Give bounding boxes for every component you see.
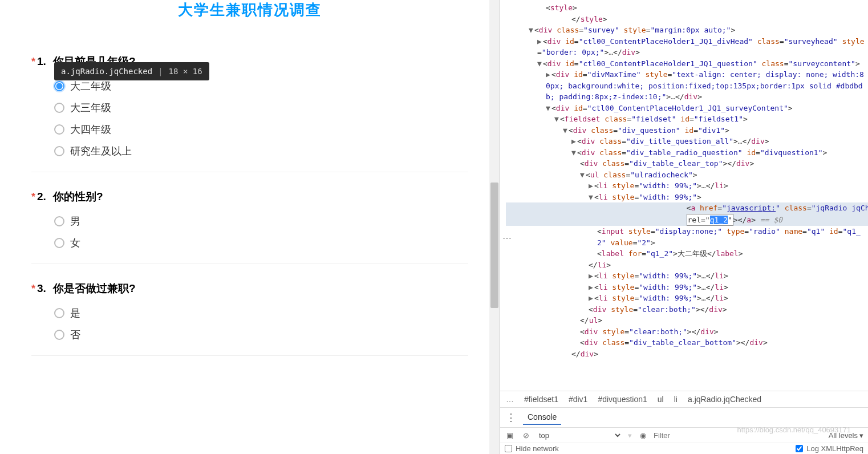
- dom-node[interactable]: ▼<div class="div_table_radio_question" i…: [506, 147, 868, 159]
- dom-node[interactable]: ▼<div class="survey" style="margin:0px a…: [506, 25, 868, 36]
- question-number: 2.: [37, 190, 46, 203]
- question-text: 你是否做过兼职?: [53, 281, 136, 296]
- option-row[interactable]: 否: [54, 328, 468, 342]
- option-row[interactable]: 大三年级: [54, 101, 468, 115]
- breadcrumb-item[interactable]: …: [506, 395, 514, 404]
- breadcrumb-item[interactable]: #divquestion1: [598, 395, 647, 404]
- dom-node[interactable]: ▼<li style="width: 99%;">: [506, 192, 868, 203]
- scrollbar[interactable]: [489, 0, 500, 454]
- option-label: 男: [70, 214, 80, 228]
- caret-icon[interactable]: ▶: [546, 69, 551, 80]
- dom-node[interactable]: </li>: [506, 260, 868, 271]
- dom-node[interactable]: <label for="q1_2">大二年级</label>: [506, 248, 868, 260]
- caret-icon[interactable]: ▼: [580, 169, 586, 181]
- option-label: 否: [70, 328, 80, 342]
- console-header: ⋮ Console: [500, 407, 868, 427]
- radio-icon[interactable]: [54, 216, 64, 226]
- radio-icon[interactable]: [54, 81, 64, 91]
- scrollbar-thumb[interactable]: [490, 183, 498, 308]
- dom-node[interactable]: </style>: [506, 14, 868, 25]
- question: *1.你目前是几年级?a.jqRadio.jqChecked|18 × 16大二…: [31, 37, 468, 172]
- radio-icon[interactable]: [54, 124, 64, 135]
- clear-console-icon[interactable]: ⊘: [521, 430, 531, 440]
- caret-icon[interactable]: ▼: [589, 192, 594, 203]
- log-xhr-checkbox[interactable]: [796, 445, 803, 452]
- dom-node[interactable]: ▼<div class="div_question" id="div1">: [506, 125, 868, 136]
- option-label: 女: [70, 236, 80, 250]
- breadcrumb[interactable]: …#fieldset1#div1#divquestion1ullia.jqRad…: [500, 391, 868, 407]
- radio-icon[interactable]: [54, 330, 64, 340]
- question: *3.你是否做过兼职?是否: [31, 264, 468, 356]
- dom-node[interactable]: ▼<div id="ctl00_ContentPlaceHolder1_JQ1_…: [506, 58, 868, 70]
- caret-icon[interactable]: ▶: [571, 136, 577, 147]
- dom-node[interactable]: ▼<fieldset class="fieldset" id="fieldset…: [506, 114, 868, 125]
- toggle-sidebar-icon[interactable]: ▣: [505, 430, 515, 440]
- radio-icon[interactable]: [54, 238, 64, 248]
- more-icon[interactable]: ⋮: [506, 411, 516, 424]
- dom-node[interactable]: </ul>: [506, 315, 868, 326]
- inspector-tooltip: a.jqRadio.jqChecked|18 × 16: [54, 62, 209, 80]
- caret-icon[interactable]: ▼: [571, 147, 577, 159]
- option-label: 大二年级: [70, 79, 111, 93]
- option-row[interactable]: 大二年级: [54, 79, 468, 93]
- breadcrumb-item[interactable]: #fieldset1: [524, 395, 558, 404]
- option-label: 是: [70, 306, 80, 320]
- eye-icon[interactable]: ◉: [638, 430, 648, 440]
- dom-node[interactable]: ▶<li style="width: 99%;">…</li>: [506, 293, 868, 304]
- context-select[interactable]: top: [537, 431, 622, 440]
- hide-network-checkbox[interactable]: [505, 445, 512, 452]
- dom-node[interactable]: <style>: [506, 2, 868, 14]
- radio-icon[interactable]: [54, 308, 64, 318]
- caret-icon[interactable]: ▼: [563, 125, 569, 136]
- caret-icon[interactable]: ▼: [529, 25, 534, 36]
- dom-node[interactable]: </div>: [506, 348, 868, 360]
- breadcrumb-item[interactable]: li: [674, 395, 678, 404]
- dom-node[interactable]: ▶<li style="width: 99%;">…</li>: [506, 270, 868, 282]
- dom-node[interactable]: ▶<div id="divMaxTime" style="text-align:…: [506, 69, 868, 103]
- caret-icon[interactable]: ▶: [589, 270, 594, 282]
- dom-node[interactable]: <div style="clear:both;"></div>: [506, 304, 868, 315]
- breadcrumb-item[interactable]: #div1: [569, 395, 587, 404]
- option-label: 大四年级: [70, 123, 111, 136]
- option-row[interactable]: 是: [54, 306, 468, 320]
- log-xhr-label: Log XMLHttpReq: [806, 444, 863, 453]
- dom-node[interactable]: ▶<div id="ctl00_ContentPlaceHolder1_JQ1_…: [506, 36, 868, 58]
- dom-node[interactable]: ▶<li style="width: 99%;">…</li>: [506, 180, 868, 192]
- dom-node[interactable]: ▶<li style="width: 99%;">…</li>: [506, 282, 868, 293]
- dom-node[interactable]: ▼<ul class="ulradiocheck">: [506, 169, 868, 181]
- console-tab[interactable]: Console: [523, 410, 561, 425]
- caret-icon[interactable]: ▶: [537, 36, 543, 47]
- elements-tree[interactable]: <style></style>▼<div class="survey" styl…: [500, 0, 868, 391]
- hide-network-label: Hide network: [516, 444, 559, 453]
- radio-icon[interactable]: [54, 103, 64, 113]
- required-star: *: [31, 191, 35, 203]
- question-number: 3.: [37, 282, 46, 295]
- caret-icon[interactable]: ▶: [589, 282, 594, 293]
- caret-icon[interactable]: ▼: [546, 103, 551, 114]
- watermark: https://blog.csdn.net/qq_40693171: [737, 425, 851, 434]
- option-row[interactable]: 研究生及以上: [54, 144, 468, 158]
- dom-node[interactable]: <div class="div_table_clear_top"></div>: [506, 158, 868, 169]
- caret-icon[interactable]: ▶: [589, 180, 594, 192]
- attr-edit-box[interactable]: rel="q1_2": [687, 214, 733, 226]
- caret-icon[interactable]: ▼: [537, 58, 543, 70]
- dom-node[interactable]: <div class="div_table_clear_bottom"></di…: [506, 337, 868, 348]
- line-actions-icon[interactable]: ⋯: [502, 233, 512, 244]
- caret-icon[interactable]: ▶: [589, 293, 594, 304]
- breadcrumb-item[interactable]: a.jqRadio.jqChecked: [688, 395, 761, 404]
- devtools-panel: <style></style>▼<div class="survey" styl…: [500, 0, 868, 454]
- dom-node[interactable]: <a href="javascript:" class="jqRadio jqC…: [506, 202, 868, 226]
- dom-node[interactable]: ▼<div id="ctl00_ContentPlaceHolder1_JQ1_…: [506, 103, 868, 114]
- survey-title: 大学生兼职情况调查: [31, 0, 468, 37]
- breadcrumb-item[interactable]: ul: [658, 395, 664, 404]
- question: *2.你的性别?男女: [31, 172, 468, 264]
- option-row[interactable]: 男: [54, 214, 468, 228]
- dom-node[interactable]: <input style="display:none;" type="radio…: [506, 226, 868, 248]
- dom-node[interactable]: ▶<div class="div_title_question_all">…</…: [506, 136, 868, 147]
- option-row[interactable]: 大四年级: [54, 123, 468, 136]
- option-row[interactable]: 女: [54, 236, 468, 250]
- radio-icon[interactable]: [54, 146, 64, 156]
- caret-icon[interactable]: ▼: [554, 114, 560, 125]
- dom-node[interactable]: <div style="clear:both;"></div>: [506, 326, 868, 338]
- survey-page: 大学生兼职情况调查 *1.你目前是几年级?a.jqRadio.jqChecked…: [0, 0, 500, 454]
